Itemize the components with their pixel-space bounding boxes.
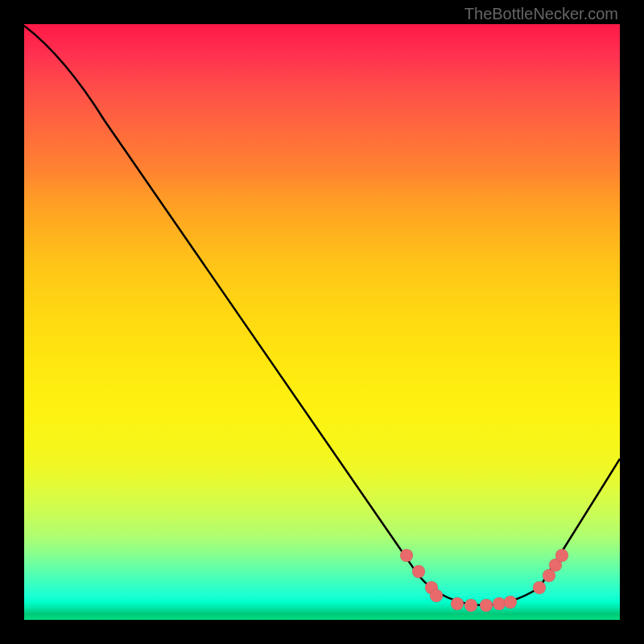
data-point [533, 581, 546, 594]
data-point [493, 597, 506, 610]
watermark-text: TheBottleNecker.com [464, 5, 618, 23]
data-point [451, 597, 464, 610]
data-point [504, 596, 517, 609]
data-point [400, 549, 413, 562]
data-point [480, 599, 493, 612]
chart-area [24, 24, 620, 620]
chart-svg [24, 24, 620, 620]
curve-path [24, 26, 620, 605]
data-point [412, 565, 425, 578]
data-point [555, 549, 568, 562]
data-point [464, 599, 477, 612]
data-point [430, 589, 443, 602]
